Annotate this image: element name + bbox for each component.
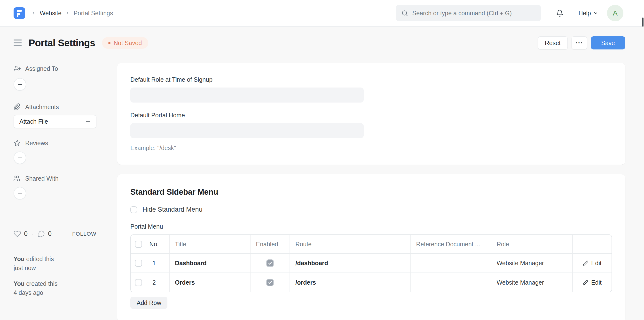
standard-sidebar-menu-card: Standard Sidebar Menu Hide Standard Menu… [117,174,625,320]
comments-count: 0 [48,230,52,238]
notifications-bell-icon[interactable] [556,10,564,17]
cell-route[interactable]: /orders [290,273,410,292]
row-select-checkbox[interactable] [135,279,142,286]
default-portal-home-input[interactable] [130,123,364,138]
cell-title[interactable]: Orders [169,273,250,292]
col-route: Route [290,235,410,254]
page-title: Portal Settings [28,38,95,49]
divider [14,245,96,245]
search-input[interactable] [412,10,537,17]
chevron-right-icon [66,11,70,15]
add-row-button[interactable]: Add Row [130,297,168,309]
enabled-checkbox[interactable] [266,279,274,286]
grid-row[interactable]: 2 Orders [131,273,612,292]
help-menu[interactable]: Help [578,10,598,17]
divider [571,6,571,20]
navbar: Website Portal Settings Help A [0,0,644,27]
paperclip-icon [14,103,21,111]
breadcrumb-current: Portal Settings [74,10,113,17]
plus-icon [85,119,91,125]
add-assignment-button[interactable] [14,78,26,91]
menu-more-button[interactable]: ··· [572,36,587,50]
cell-role[interactable]: Website Manager [491,254,572,273]
cell-role[interactable]: Website Manager [491,273,572,292]
col-role: Role [491,235,572,254]
assigned-to-section: Assigned To [14,65,96,72]
comment-icon[interactable] [38,230,45,238]
shared-with-section: Shared With [14,175,96,182]
users-icon [14,175,21,182]
default-portal-home-label: Default Portal Home [130,112,612,119]
form-body: Default Role at Time of Signup Default P… [117,63,625,320]
star-icon [14,139,21,147]
page-head: Portal Settings Not Saved Reset ··· Save [14,27,625,50]
default-role-input[interactable] [130,88,364,103]
row-select-checkbox[interactable] [135,260,142,267]
col-actions [572,235,612,254]
edit-row-button[interactable]: Edit [583,260,602,267]
user-plus-icon [14,65,21,72]
form-sidebar: Assigned To Attachments Attach File [14,63,96,297]
cell-reference-document[interactable] [411,273,491,292]
reset-button[interactable]: Reset [538,36,568,50]
default-role-label: Default Role at Time of Signup [130,76,612,83]
hide-standard-menu-row: Hide Standard Menu [130,206,612,213]
row-index: 1 [142,260,166,267]
scrollbar-thumb[interactable] [642,18,644,27]
cell-reference-document[interactable] [411,254,491,273]
navbar-right: Help A [396,5,624,21]
col-title: Title [169,235,250,254]
hide-standard-menu-label: Hide Standard Menu [142,206,202,213]
add-share-button[interactable] [14,187,26,199]
attach-file-button[interactable]: Attach File [14,115,96,128]
portal-menu-label: Portal Menu [130,223,612,230]
timeline-time: 4 days ago [14,288,96,297]
breadcrumb-website[interactable]: Website [40,10,62,17]
cell-route[interactable]: /dashboard [290,254,410,273]
help-label: Help [578,10,591,17]
hide-standard-menu-checkbox[interactable] [130,206,137,213]
search-icon [402,10,408,17]
section-heading: Standard Sidebar Menu [130,187,612,197]
add-review-button[interactable] [14,152,26,164]
cell-title[interactable]: Dashboard [169,254,250,273]
edit-row-button[interactable]: Edit [583,279,602,286]
attachments-section: Attachments [14,103,96,111]
settings-card: Default Role at Time of Signup Default P… [117,63,625,165]
pencil-icon [583,260,588,266]
timeline-time: just now [14,263,96,272]
timeline-item: You created this 4 days ago [14,279,96,297]
pencil-icon [583,280,588,285]
portal-home-example: Example: "/desk" [130,144,612,152]
page-container: Portal Settings Not Saved Reset ··· Save… [0,27,644,320]
col-no: No. [142,241,166,248]
navbar-left: Website Portal Settings [14,7,113,19]
col-reference-document: Reference Document ... [411,235,491,254]
enabled-checkbox[interactable] [266,259,274,267]
sidebar-toggle-icon[interactable] [14,39,22,47]
user-avatar[interactable]: A [607,5,624,21]
grid-header-row: No. Title Enabled Route Reference Docume… [131,235,612,254]
row-index: 2 [142,279,166,286]
save-button[interactable]: Save [591,36,625,50]
status-badge: Not Saved [102,37,148,49]
grid-row[interactable]: 1 Dashboard [131,254,612,273]
timeline: You edited this just now You created thi… [14,254,96,297]
col-enabled: Enabled [250,235,290,254]
chevron-down-icon [593,11,598,16]
timeline-item: You edited this just now [14,254,96,272]
breadcrumb: Website Portal Settings [32,10,113,17]
follow-button[interactable]: FOLLOW [72,231,96,237]
status-dot-icon [108,42,110,44]
app-logo[interactable] [14,7,25,19]
portal-menu-grid: No. Title Enabled Route Reference Docume… [130,234,612,292]
reviews-section: Reviews [14,139,96,147]
logo-glyph [17,10,22,12]
heart-icon[interactable] [14,230,21,238]
select-all-checkbox[interactable] [135,241,142,248]
chevron-right-icon [32,11,36,15]
global-search[interactable] [396,5,541,21]
social-row: 0 · 0 FOLLOW [14,230,96,238]
likes-count: 0 [24,230,28,238]
